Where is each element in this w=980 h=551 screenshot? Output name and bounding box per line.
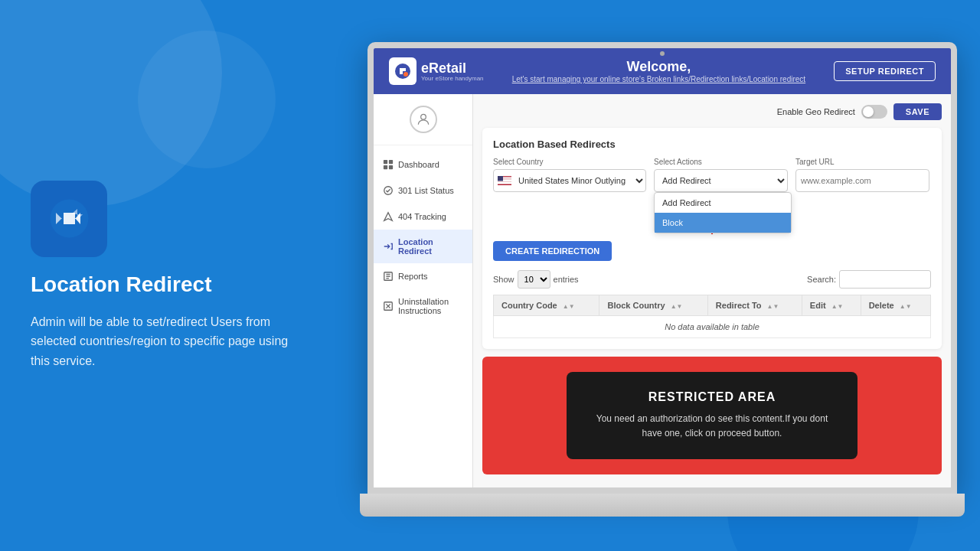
save-button[interactable]: SAVE [893,103,942,120]
sidebar: Dashboard 301 List Status [374,94,473,487]
sidebar-item-reports[interactable]: Reports [374,263,472,289]
tracking-icon [383,211,394,222]
svg-rect-5 [389,160,393,164]
show-label: Show [493,275,514,284]
show-entries: Show 10 25 50 entries [493,270,579,289]
toggle-knob [863,106,874,117]
logo-tagline: Your eStore handyman [421,75,484,82]
logo-svg [394,62,412,80]
main-content: Enable Geo Redirect SAVE Location Based … [473,94,951,487]
feature-icon-box [31,181,107,257]
restricted-wrapper: RESTRICTED AREA You need an authorizatio… [482,357,942,474]
geo-redirect-toggle[interactable] [861,105,887,119]
laptop-base [360,494,965,517]
target-url-label: Target URL [795,158,929,166]
svg-rect-4 [384,160,387,164]
country-select[interactable]: United States Minor Outlying Islands [493,169,646,192]
left-panel: Location Redirect Admin will be able to … [31,0,322,551]
entries-select[interactable]: 10 25 50 [518,270,550,289]
laptop-screen: eRetail Your eStore handyman Welcome, Le… [368,42,957,494]
svg-point-3 [420,114,426,119]
sidebar-label-reports: Reports [398,272,428,281]
app-body: Dashboard 301 List Status [374,94,951,487]
logo-text: eRetail [421,60,466,76]
avatar [410,106,437,133]
enable-geo-row: Enable Geo Redirect SAVE [482,103,942,120]
sidebar-label-uninstall: Uninstallation Instructions [398,297,463,315]
user-icon [416,112,431,127]
table-controls: Show 10 25 50 entries Search: [493,270,931,289]
dashboard-icon [383,159,394,170]
create-redirection-button[interactable]: CREATE REDIRECTION [493,241,612,261]
location-based-redirects-card: Location Based Redirects Select Country [482,128,942,349]
setup-redirect-button[interactable]: SETUP REDIRECT [834,61,936,81]
reports-icon [383,271,394,282]
search-box: Search: [807,270,931,289]
actions-select[interactable]: Add Redirect Block [654,169,788,192]
sidebar-label-dashboard: Dashboard [398,160,439,169]
sidebar-label-location-redirect: Location Redirect [398,237,463,256]
restricted-card: RESTRICTED AREA You need an authorizatio… [567,372,858,459]
logo-icon-box [389,57,416,85]
laptop-frame: eRetail Your eStore handyman Welcome, Le… [360,42,965,517]
no-data-cell: No data available in table [494,316,931,338]
col-edit: Edit ▲▼ [802,295,861,316]
redirect-icon [383,241,394,252]
feature-description: Admin will be able to set/redirect Users… [31,312,291,371]
sidebar-item-uninstallation[interactable]: Uninstallation Instructions [374,289,472,323]
location-redirect-icon [48,197,90,240]
section-title: Location Based Redirects [493,139,931,150]
no-data-row: No data available in table [494,316,931,338]
restricted-title: RESTRICTED AREA [591,390,833,404]
welcome-subtitle-plain: Let's start managing your online store's [512,75,647,83]
col-delete: Delete ▲▼ [861,295,930,316]
dropdown-item-block[interactable]: Block [655,213,791,233]
laptop-camera [660,51,665,56]
sidebar-item-301-list-status[interactable]: 301 List Status [374,178,472,204]
enable-geo-label: Enable Geo Redirect [777,107,855,116]
col-country-code: Country Code ▲▼ [494,295,599,316]
sidebar-item-location-redirect[interactable]: Location Redirect [374,230,472,263]
target-url-group: Target URL [795,158,929,192]
actions-dropdown-menu: Add Redirect Block [654,192,792,233]
sidebar-label-404: 404 Tracking [398,212,446,221]
welcome-title: Welcome, [484,59,835,75]
us-flag-icon [498,176,511,185]
redirect-form-row: Select Country [493,158,931,192]
target-url-input[interactable] [795,169,929,192]
svg-rect-7 [389,165,393,169]
svg-rect-6 [384,165,387,169]
logo-text-block: eRetail Your eStore handyman [421,60,484,82]
logo-area: eRetail Your eStore handyman [389,57,484,85]
dropdown-item-add-redirect[interactable]: Add Redirect [655,193,791,213]
redirects-table: Country Code ▲▼ Block Country ▲▼ Redirec… [493,295,931,338]
country-label: Select Country [493,158,646,166]
search-input[interactable] [839,270,931,289]
uninstall-icon [383,301,394,311]
welcome-subtitle-link: Broken links/Redirection links/Location … [647,75,805,83]
col-block-country: Block Country ▲▼ [599,295,707,316]
sidebar-item-dashboard[interactable]: Dashboard [374,152,472,178]
col-redirect-to: Redirect To ▲▼ [707,295,802,316]
svg-rect-17 [498,183,511,184]
sidebar-item-404-tracking[interactable]: 404 Tracking [374,204,472,230]
restricted-text: You need an authorization do see this co… [591,412,833,441]
feature-title: Location Redirect [31,272,211,297]
app-container: eRetail Your eStore handyman Welcome, Le… [374,48,951,487]
search-label: Search: [807,275,836,284]
svg-point-2 [403,72,408,77]
header-center: Welcome, Let's start managing your onlin… [484,59,835,83]
sidebar-label-301: 301 List Status [398,186,454,195]
actions-label: Select Actions [654,158,788,166]
sidebar-nav: Dashboard 301 List Status [374,145,472,329]
entries-label: entries [554,275,579,284]
svg-rect-18 [498,176,503,181]
sidebar-avatar-area [374,94,472,145]
svg-rect-16 [498,182,511,184]
list-status-icon [383,185,394,196]
country-group: Select Country [493,158,646,192]
welcome-subtitle: Let's start managing your online store's… [484,75,835,83]
actions-group: Select Actions Add Redirect Block Add Re… [654,158,788,192]
